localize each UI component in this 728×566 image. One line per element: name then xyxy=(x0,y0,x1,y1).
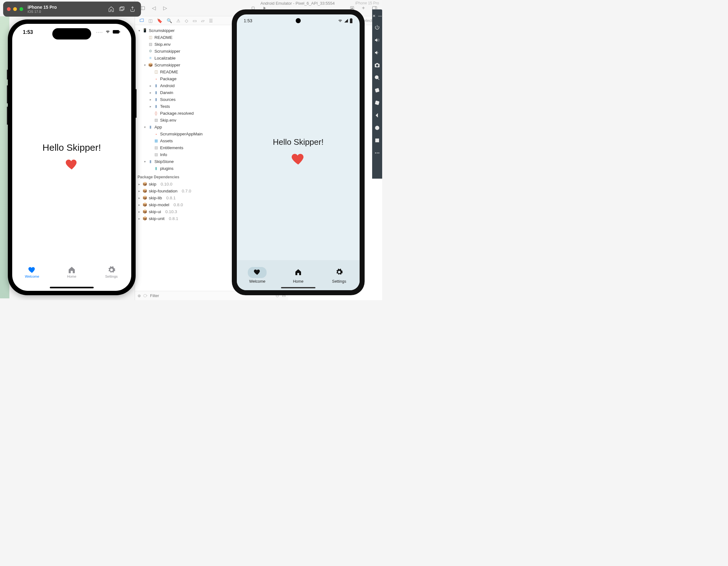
svg-point-23 xyxy=(378,153,379,153)
nav-breakpoint-icon[interactable]: ▱ xyxy=(201,18,205,23)
nav-bookmark-icon[interactable]: 🔖 xyxy=(157,18,162,23)
volume-down-icon[interactable] xyxy=(374,49,380,56)
tab-label: Settings xyxy=(105,274,118,278)
nav-find-icon[interactable]: 🔍 xyxy=(167,18,172,23)
svg-point-19 xyxy=(375,126,379,130)
power-button-icon[interactable] xyxy=(374,24,380,31)
svg-rect-7 xyxy=(120,8,123,11)
tab-label: Welcome xyxy=(249,279,265,284)
add-target-icon[interactable]: ⊕ xyxy=(138,294,141,298)
heart-icon xyxy=(65,157,79,172)
hello-label: Hello Skipper! xyxy=(273,137,324,147)
share-button-icon[interactable] xyxy=(128,4,137,14)
android-nav-bar: Welcome Home Settings xyxy=(237,260,360,290)
back-nav-icon[interactable] xyxy=(374,112,380,118)
close-emulator-icon[interactable]: ✕ xyxy=(372,14,376,18)
tab-settings[interactable]: Settings xyxy=(97,266,126,278)
tab-settings[interactable]: Settings xyxy=(324,267,355,284)
app-content: Hello Skipper! xyxy=(12,24,131,291)
android-screen[interactable]: 1:53 Hello Skipper! Welcome Home xyxy=(237,14,360,290)
window-traffic-lights[interactable] xyxy=(7,7,23,11)
screenshot-icon[interactable] xyxy=(374,62,380,68)
close-window-icon[interactable] xyxy=(7,7,11,11)
android-emulator-title: Android Emulator - Pixel_6_API_33:5554 xyxy=(230,1,365,6)
nav-report-icon[interactable]: ☰ xyxy=(209,18,213,23)
home-nav-icon[interactable] xyxy=(374,125,380,131)
more-options-icon[interactable] xyxy=(374,150,380,156)
overview-nav-icon[interactable] xyxy=(374,137,380,143)
nav-issue-icon[interactable]: ⚠ xyxy=(176,18,180,23)
home-button-icon[interactable] xyxy=(107,4,116,14)
tab-label: Settings xyxy=(332,279,346,284)
iphone-device-frame: 1:53 •••• Hello Skipper! Welcome Home xyxy=(8,19,136,295)
minimize-emulator-icon[interactable]: — xyxy=(378,14,382,18)
svg-line-14 xyxy=(378,78,379,80)
minimize-window-icon[interactable] xyxy=(13,7,17,11)
tab-label: Home xyxy=(293,279,303,284)
android-device-frame: 1:53 Hello Skipper! Welcome Home xyxy=(232,9,365,295)
zoom-window-icon[interactable] xyxy=(19,7,23,11)
svg-point-22 xyxy=(377,153,378,153)
volume-up-icon[interactable] xyxy=(374,37,380,43)
ios-simulator-titlebar: iPhone 15 Pro iOS 17.0 xyxy=(3,2,141,17)
nav-fwd-icon[interactable]: ▷ xyxy=(162,5,168,11)
plus-icon[interactable]: ＋ xyxy=(360,5,367,11)
tab-label: Home xyxy=(67,274,76,278)
filter-scope-icon[interactable]: ⧂ xyxy=(143,294,148,299)
rotate-left-icon[interactable] xyxy=(374,87,380,93)
svg-rect-2 xyxy=(252,7,254,9)
nav-test-icon[interactable]: ◇ xyxy=(185,18,188,23)
nav-project-icon[interactable] xyxy=(139,18,144,23)
svg-text:A: A xyxy=(351,7,353,9)
background-label: iPhone 15 Pro xyxy=(355,1,379,5)
simulator-os-version: iOS 17.0 xyxy=(28,10,105,14)
tab-home[interactable]: Home xyxy=(283,267,314,284)
nav-back-icon[interactable]: ◁ xyxy=(151,5,157,11)
hello-label: Hello Skipper! xyxy=(43,142,101,153)
app-content: Hello Skipper! xyxy=(237,14,360,290)
svg-rect-20 xyxy=(376,139,379,142)
svg-rect-0 xyxy=(140,6,145,10)
rotate-right-icon[interactable] xyxy=(374,100,380,106)
iphone-screen[interactable]: 1:53 •••• Hello Skipper! Welcome Home xyxy=(12,24,131,291)
zoom-icon[interactable] xyxy=(374,75,380,81)
nav-debug-icon[interactable]: ▭ xyxy=(193,18,197,23)
simulator-device-name: iPhone 15 Pro xyxy=(28,5,105,10)
svg-point-21 xyxy=(375,153,376,153)
tab-welcome[interactable]: Welcome xyxy=(242,267,273,284)
nav-source-icon[interactable]: ◫ xyxy=(148,18,153,23)
svg-rect-8 xyxy=(121,7,124,10)
svg-rect-17 xyxy=(375,88,379,92)
svg-rect-18 xyxy=(375,101,379,105)
screenshot-button-icon[interactable] xyxy=(117,4,127,14)
emulator-toolbar: ✕ — xyxy=(372,9,382,179)
home-indicator[interactable] xyxy=(50,287,94,288)
tab-label: Welcome xyxy=(25,274,39,278)
heart-icon xyxy=(291,151,306,168)
tab-welcome[interactable]: Welcome xyxy=(18,266,46,278)
gesture-bar[interactable] xyxy=(281,287,315,288)
tab-home[interactable]: Home xyxy=(58,266,86,278)
